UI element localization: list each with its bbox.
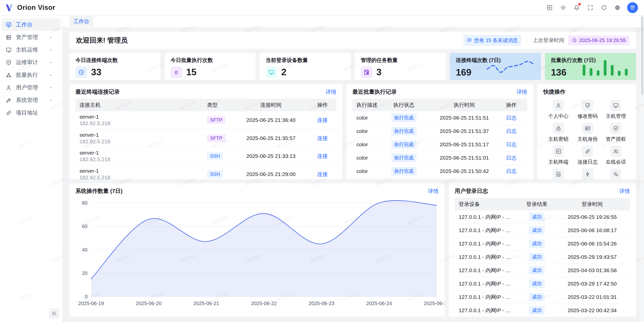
login-result-badge: 成功	[529, 279, 545, 288]
top-navbar: Orion Visor 管	[0, 0, 644, 16]
login-row: 127.0.0.1 - 内网IP - Mozilla/5.0 (Windows …	[455, 224, 630, 237]
quick-action[interactable]: 连接日志	[574, 146, 602, 165]
filetext-icon-box	[553, 168, 564, 179]
log-link[interactable]: 日志	[506, 115, 517, 121]
idcard-icon	[585, 125, 591, 131]
notifications-button[interactable]	[571, 2, 582, 14]
bottom-row: 系统操作数量 (7日) 详情 0204060802025-06-192025-0…	[69, 183, 636, 317]
login-time: 2025-06-25 19:26:55	[554, 210, 630, 224]
system-icon	[6, 97, 12, 103]
connect-link[interactable]: 连接	[317, 135, 328, 141]
operations-detail-link[interactable]: 详情	[428, 188, 439, 195]
host-name: server-1	[79, 168, 199, 174]
host-name: server-1	[79, 114, 199, 120]
sidebar-item[interactable]: 工作台	[2, 19, 61, 31]
stat-card: 管理的任务数量 3	[355, 53, 446, 80]
sidebar-item[interactable]: 系统管理	[2, 94, 61, 106]
column-header: 登录结果	[519, 198, 554, 210]
audit-icon	[585, 102, 591, 109]
vertical-scrollbar[interactable]	[640, 16, 644, 322]
quick-action[interactable]: 个人中心	[543, 100, 574, 120]
login-row: 127.0.0.1 - 内网IP - Mozilla/5.0 (Windows …	[455, 237, 630, 251]
audit-icon-box	[610, 123, 621, 134]
log-link[interactable]: 日志	[506, 155, 517, 161]
sidebar-item[interactable]: 运维审计	[2, 56, 61, 68]
batch-trend-card: 批量执行次数 (7日) 136	[545, 53, 636, 80]
sidebar-item[interactable]: 批量执行	[2, 69, 61, 81]
exec-time: 2025-06-25 21:51:01	[427, 151, 502, 165]
login-device: 127.0.0.1 - 内网IP - Mozilla/5.0 (Windows …	[455, 237, 519, 251]
settings-button[interactable]	[612, 2, 623, 14]
fullscreen-button[interactable]	[584, 2, 596, 14]
bell-icon	[574, 5, 580, 11]
content: 欢迎回来! 管理员 您有 15 条未读消息 上次登录时间 2025-06-25 …	[63, 27, 644, 322]
login-device: 127.0.0.1 - 内网IP - Mozilla/5.0 (Windows …	[455, 264, 519, 277]
sidebar-collapse-button[interactable]	[49, 308, 59, 318]
codebox-icon	[546, 5, 553, 11]
sidebar-item-label: 系统管理	[16, 96, 38, 104]
svg-text:{}: {}	[175, 70, 178, 74]
login-row: 127.0.0.1 - 内网IP - Mozilla/5.0 (Windows …	[455, 210, 630, 224]
code-snippet-button[interactable]	[544, 2, 555, 14]
quick-action-label: 修改密码	[578, 113, 598, 120]
svg-text:40: 40	[82, 247, 88, 253]
chevron-icon	[48, 48, 53, 52]
terminal-detail-link[interactable]: 详情	[326, 88, 336, 95]
brand: Orion Visor	[5, 3, 55, 13]
last-login-label: 上次登录时间	[533, 37, 564, 44]
stat-label: 当前登录设备数量	[266, 57, 345, 64]
connect-link[interactable]: 连接	[317, 171, 328, 177]
users-icon-box	[610, 146, 621, 157]
sidebar-item[interactable]: 项目地址	[2, 107, 61, 119]
theme-toggle-button[interactable]	[557, 2, 569, 14]
log-link[interactable]: 日志	[506, 168, 517, 174]
quick-action[interactable]: 主机密钥	[543, 123, 574, 142]
stat-value: 15	[186, 67, 196, 78]
connect-link[interactable]: 连接	[317, 117, 328, 123]
stat-label: 管理的任务数量	[361, 57, 440, 64]
protocol-badge: SSH	[207, 170, 223, 178]
quick-action[interactable]: 主机管理	[602, 100, 630, 120]
refresh-button[interactable]	[598, 2, 610, 14]
idcard-icon-box	[582, 123, 593, 134]
unread-messages-badge[interactable]: 您有 15 条未读消息	[463, 35, 521, 46]
quick-action[interactable]: 修改密码	[574, 100, 602, 120]
quick-action[interactable]: 执行日志	[602, 168, 630, 179]
sidebar-menu: 工作台资产管理主机运维运维审计批量执行用户管理系统管理项目地址	[0, 19, 63, 119]
scrollbar-thumb[interactable]	[641, 17, 643, 95]
quick-action[interactable]: 在线会话	[602, 146, 630, 165]
quick-action[interactable]: 主机终端	[543, 146, 574, 165]
login-logs-title: 用户登录日志	[455, 187, 488, 195]
quick-action[interactable]: 主机身份	[574, 123, 602, 142]
terminal-row: server-1182.92.5.218 SFTP 2025-06-25 21:…	[75, 129, 336, 147]
connect-time: 2025-06-25 21:29:00	[233, 165, 309, 179]
login-time: 2025-03-29 17:42:50	[554, 277, 630, 291]
svg-text:2025-06-25: 2025-06-25	[424, 301, 445, 306]
braces-icon-box: {}	[171, 66, 182, 78]
batch-detail-link[interactable]: 详情	[517, 88, 527, 95]
quick-action[interactable]: 文件操作日志	[543, 168, 574, 179]
terminal-connections-table: 连接主机类型连接时间操作 server-1182.92.5.218 SFTP 2…	[75, 99, 336, 179]
sidebar-item[interactable]: 主机运维	[2, 44, 61, 56]
login-detail-link[interactable]: 详情	[619, 188, 630, 195]
operations-chart-panel: 系统操作数量 (7日) 详情 0204060802025-06-192025-0…	[69, 183, 445, 317]
assets-icon	[6, 34, 12, 41]
message-icon	[467, 38, 472, 43]
stat-label: 今日批量执行次数	[171, 57, 250, 64]
sidebar-item[interactable]: 用户管理	[2, 82, 61, 94]
log-link[interactable]: 日志	[506, 141, 517, 147]
audit-icon-box	[582, 100, 593, 111]
login-device: 127.0.0.1 - 内网IP - Mozilla/5.0 (Windows …	[455, 224, 519, 237]
stat-card: 今日批量执行次数 {} 15	[165, 53, 256, 80]
quick-action-label: 主机管理	[606, 113, 626, 120]
sidebar-item[interactable]: 资产管理	[2, 31, 61, 43]
host-icon	[6, 47, 12, 53]
login-time: 2025-03-22 01:01:31	[554, 291, 630, 304]
batch-trend-sparkline	[581, 56, 631, 77]
breadcrumb-item-workbench[interactable]: 工作台	[69, 16, 93, 27]
quick-action[interactable]: 资产授权	[602, 123, 630, 142]
connect-link[interactable]: 连接	[317, 153, 328, 159]
user-avatar[interactable]: 管	[627, 2, 638, 13]
quick-action[interactable]: 命令执行	[574, 168, 602, 179]
log-link[interactable]: 日志	[506, 128, 517, 134]
